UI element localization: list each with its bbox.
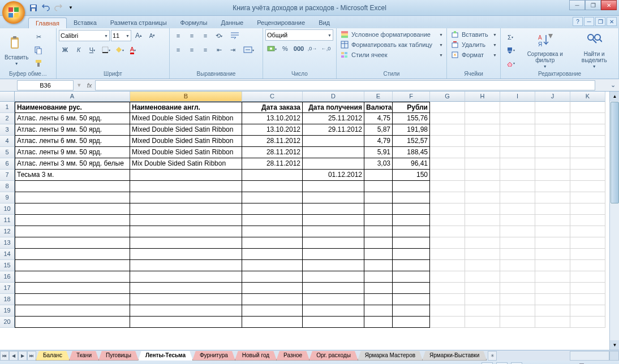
cell-F18[interactable] <box>393 294 430 305</box>
cell-H13[interactable] <box>465 237 500 249</box>
cell-D1[interactable]: Дата получения <box>303 102 364 113</box>
ribbon-tab-3[interactable]: Формулы <box>174 18 214 28</box>
cell-E18[interactable] <box>364 294 393 305</box>
cell-C12[interactable] <box>242 226 303 237</box>
cell-H11[interactable] <box>465 215 500 226</box>
cell-C7[interactable] <box>242 170 303 181</box>
cell-G16[interactable] <box>430 271 465 283</box>
cell-I11[interactable] <box>500 215 535 226</box>
cell-C8[interactable] <box>242 181 303 192</box>
select-all-corner[interactable] <box>0 92 15 102</box>
sheet-nav-prev-icon[interactable]: ◀ <box>9 351 18 361</box>
cell-D2[interactable]: 25.11.2012 <box>303 113 364 124</box>
merge-icon[interactable]: ▾ <box>240 44 257 56</box>
align-top-icon[interactable]: ≡ <box>172 29 184 42</box>
column-header-B[interactable]: B <box>130 92 242 102</box>
cell-B16[interactable] <box>130 271 242 283</box>
row-header-13[interactable]: 13 <box>0 237 15 249</box>
cell-B18[interactable] <box>130 294 242 305</box>
cell-C3[interactable]: 13.10.2012 <box>242 124 303 136</box>
cell-G7[interactable] <box>430 170 465 181</box>
cell-F13[interactable] <box>393 237 430 249</box>
cell-A6[interactable]: Атлас. ленты 3 мм. 50 ярд. белые <box>15 158 130 170</box>
undo-icon[interactable] <box>41 3 51 13</box>
cell-J8[interactable] <box>535 181 570 192</box>
name-box[interactable] <box>17 80 74 90</box>
cell-H3[interactable] <box>465 124 500 136</box>
cell-K9[interactable] <box>570 192 605 203</box>
cell-K5[interactable] <box>570 147 605 158</box>
cell-B9[interactable] <box>130 192 242 203</box>
fill-icon[interactable]: ▾ <box>503 44 518 57</box>
cell-I5[interactable] <box>500 147 535 158</box>
cell-D4[interactable] <box>303 136 364 147</box>
cell-E2[interactable]: 4,75 <box>364 113 393 124</box>
cell-I15[interactable] <box>500 260 535 271</box>
cell-I18[interactable] <box>500 294 535 305</box>
cell-D16[interactable] <box>303 271 364 283</box>
cell-D14[interactable] <box>303 249 364 260</box>
namebox-dropdown-icon[interactable]: ▾ <box>75 79 84 92</box>
cell-B12[interactable] <box>130 226 242 237</box>
row-header-5[interactable]: 5 <box>0 147 15 158</box>
cell-E11[interactable] <box>364 215 393 226</box>
minimize-ribbon-icon[interactable]: ─ <box>584 17 594 26</box>
cell-E9[interactable] <box>364 192 393 203</box>
cell-I19[interactable] <box>500 305 535 317</box>
cell-K8[interactable] <box>570 181 605 192</box>
cell-F1[interactable]: Рубли <box>393 102 430 113</box>
cell-A9[interactable] <box>15 192 130 203</box>
cell-C13[interactable] <box>242 237 303 249</box>
sheet-tab-8[interactable]: Ярмарка Мастеров <box>358 351 423 361</box>
cell-D11[interactable] <box>303 215 364 226</box>
cell-E4[interactable]: 4,79 <box>364 136 393 147</box>
cell-E10[interactable] <box>364 203 393 215</box>
cell-I14[interactable] <box>500 249 535 260</box>
sheet-nav-last-icon[interactable]: ⏭ <box>27 351 36 361</box>
cell-G1[interactable] <box>430 102 465 113</box>
bold-icon[interactable]: Ж <box>59 44 71 56</box>
cell-J3[interactable] <box>535 124 570 136</box>
format-cells-button[interactable]: Формат▼ <box>449 50 498 60</box>
cell-K12[interactable] <box>570 226 605 237</box>
cell-E5[interactable]: 5,91 <box>364 147 393 158</box>
cell-H6[interactable] <box>465 158 500 170</box>
cell-D13[interactable] <box>303 237 364 249</box>
spreadsheet-grid[interactable]: ABCDEFGHIJK 1234567891011121314151617181… <box>0 92 619 350</box>
cell-A12[interactable] <box>15 226 130 237</box>
font-color-icon[interactable]: A▾ <box>127 44 139 56</box>
cell-F10[interactable] <box>393 203 430 215</box>
cell-D19[interactable] <box>303 305 364 317</box>
row-header-19[interactable]: 19 <box>0 305 15 317</box>
cell-C6[interactable]: 28.11.2012 <box>242 158 303 170</box>
cell-K18[interactable] <box>570 294 605 305</box>
paste-button[interactable]: Вставить ▼ <box>2 34 31 67</box>
conditional-format-button[interactable]: Условное форматирование▼ <box>339 29 444 40</box>
cell-A20[interactable] <box>15 317 130 328</box>
cell-E17[interactable] <box>364 283 393 294</box>
cell-K10[interactable] <box>570 203 605 215</box>
cell-H17[interactable] <box>465 283 500 294</box>
cell-I8[interactable] <box>500 181 535 192</box>
cut-icon[interactable]: ✂ <box>32 31 45 44</box>
cell-A14[interactable] <box>15 249 130 260</box>
sheet-tab-1[interactable]: Ткани <box>69 351 99 361</box>
cell-G15[interactable] <box>430 260 465 271</box>
font-name-select[interactable]: Calibri▼ <box>59 30 110 41</box>
sort-filter-button[interactable]: АЯ Сортировка и фильтр▼ <box>519 31 571 70</box>
cell-B3[interactable]: Mixed Double Sided Satin Ribbon <box>130 124 242 136</box>
decrease-decimal-icon[interactable]: ←,0 <box>320 42 332 55</box>
ribbon-tab-6[interactable]: Вид <box>312 18 337 28</box>
scroll-up-icon[interactable]: ▲ <box>610 92 619 101</box>
formula-input[interactable] <box>95 80 595 90</box>
cell-I12[interactable] <box>500 226 535 237</box>
cell-H7[interactable] <box>465 170 500 181</box>
cell-F20[interactable] <box>393 317 430 328</box>
sheet-nav-first-icon[interactable]: ⏮ <box>0 351 9 361</box>
cell-J14[interactable] <box>535 249 570 260</box>
row-header-6[interactable]: 6 <box>0 158 15 170</box>
ribbon-tab-0[interactable]: Главная <box>28 18 67 28</box>
cell-D18[interactable] <box>303 294 364 305</box>
cell-H12[interactable] <box>465 226 500 237</box>
cell-C5[interactable]: 28.11.2012 <box>242 147 303 158</box>
